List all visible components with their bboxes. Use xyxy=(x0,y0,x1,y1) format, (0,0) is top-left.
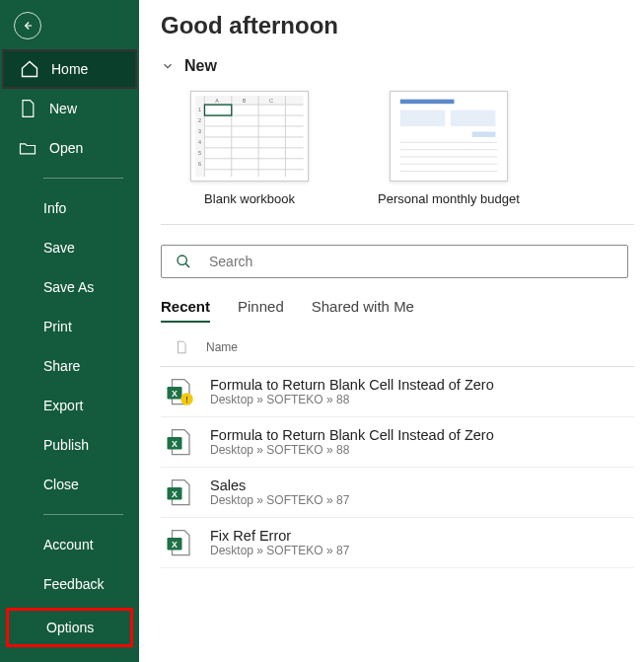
nav-export[interactable]: Export xyxy=(0,386,139,425)
nav-label: Options xyxy=(46,620,94,635)
template-row: ABC 123456 Blank workbook xyxy=(190,91,634,206)
template-label: Blank workbook xyxy=(204,191,295,206)
svg-text:B: B xyxy=(243,98,247,104)
nav-open[interactable]: Open xyxy=(0,128,139,168)
nav-info[interactable]: Info xyxy=(0,188,139,228)
template-label: Personal monthly budget xyxy=(378,191,520,206)
tab-recent[interactable]: Recent xyxy=(161,298,210,323)
template-personal-budget[interactable]: Personal monthly budget xyxy=(378,91,520,206)
file-path: Desktop » SOFTEKO » 87 xyxy=(210,544,349,557)
excel-file-icon: X! xyxy=(165,377,194,406)
nav-options[interactable]: Options xyxy=(6,608,133,647)
nav-label: Home xyxy=(51,61,88,77)
main-area: Good afternoon New ABC 123456 xyxy=(139,0,644,662)
svg-text:4: 4 xyxy=(198,139,201,145)
svg-rect-22 xyxy=(204,105,231,115)
file-item[interactable]: X!Formula to Return Blank Cell Instead o… xyxy=(161,367,634,417)
home-icon xyxy=(20,59,39,79)
nav-account[interactable]: Account xyxy=(0,525,139,564)
nav-label: Publish xyxy=(43,437,89,453)
nav-feedback[interactable]: Feedback xyxy=(0,564,139,604)
nav-label: Save xyxy=(43,240,75,256)
nav-new[interactable]: New xyxy=(0,89,139,128)
svg-text:X: X xyxy=(172,540,178,550)
file-name: Formula to Return Blank Cell Instead of … xyxy=(210,427,494,443)
svg-rect-24 xyxy=(400,110,446,126)
file-text: Formula to Return Blank Cell Instead of … xyxy=(210,377,494,406)
excel-file-icon: X xyxy=(165,478,194,507)
file-path: Desktop » SOFTEKO » 88 xyxy=(210,443,494,457)
search-input[interactable] xyxy=(209,254,613,269)
divider xyxy=(43,514,123,515)
svg-line-33 xyxy=(185,263,189,267)
arrow-left-icon xyxy=(21,19,35,33)
folder-open-icon xyxy=(18,138,37,158)
svg-text:6: 6 xyxy=(198,161,201,167)
svg-rect-25 xyxy=(451,110,496,126)
search-box[interactable] xyxy=(161,245,628,278)
search-icon xyxy=(176,254,191,269)
file-path: Desktop » SOFTEKO » 88 xyxy=(210,393,494,406)
tab-shared[interactable]: Shared with Me xyxy=(312,298,414,323)
file-text: Fix Ref ErrorDesktop » SOFTEKO » 87 xyxy=(210,528,349,557)
file-item[interactable]: XFix Ref ErrorDesktop » SOFTEKO » 87 xyxy=(161,518,634,568)
list-header: Name xyxy=(161,331,634,367)
template-blank-workbook[interactable]: ABC 123456 Blank workbook xyxy=(190,91,309,206)
nav-label: Save As xyxy=(43,279,94,295)
nav-label: Export xyxy=(43,398,83,413)
file-text: Formula to Return Blank Cell Instead of … xyxy=(210,427,494,457)
svg-text:5: 5 xyxy=(198,150,201,156)
nav-publish[interactable]: Publish xyxy=(0,425,139,465)
back-button[interactable] xyxy=(14,12,41,39)
section-new-toggle[interactable]: New xyxy=(161,57,634,75)
nav-label: Feedback xyxy=(43,576,104,592)
budget-thumbnail xyxy=(390,91,508,182)
divider xyxy=(161,224,634,225)
column-name: Name xyxy=(206,340,238,354)
page-icon xyxy=(18,99,37,118)
file-item[interactable]: XSalesDesktop » SOFTEKO » 87 xyxy=(161,468,634,518)
sidebar: Home New Open Info Save Save As Print Sh… xyxy=(0,0,139,662)
svg-rect-23 xyxy=(400,100,455,105)
file-name: Formula to Return Blank Cell Instead of … xyxy=(210,377,494,393)
nav-label: Open xyxy=(49,140,83,156)
nav-label: Print xyxy=(43,319,72,334)
svg-rect-26 xyxy=(472,131,496,136)
nav-label: New xyxy=(49,101,77,116)
file-icon xyxy=(175,338,188,356)
nav-save-as[interactable]: Save As xyxy=(0,267,139,307)
section-label: New xyxy=(184,57,217,75)
svg-text:X: X xyxy=(172,389,178,399)
file-item[interactable]: XFormula to Return Blank Cell Instead of… xyxy=(161,417,634,468)
nav-label: Info xyxy=(43,200,66,216)
excel-file-icon: X xyxy=(165,528,194,557)
file-name: Fix Ref Error xyxy=(210,528,349,544)
file-text: SalesDesktop » SOFTEKO » 87 xyxy=(210,478,349,507)
nav-label: Close xyxy=(43,477,79,492)
svg-point-32 xyxy=(178,256,186,264)
excel-file-icon: X xyxy=(165,427,194,457)
svg-text:!: ! xyxy=(185,395,187,405)
nav-save[interactable]: Save xyxy=(0,228,139,267)
svg-text:X: X xyxy=(172,489,178,499)
divider xyxy=(43,178,123,179)
chevron-down-icon xyxy=(161,59,175,73)
nav-print[interactable]: Print xyxy=(0,307,139,346)
file-path: Desktop » SOFTEKO » 87 xyxy=(210,493,349,507)
svg-text:3: 3 xyxy=(198,128,201,134)
svg-text:X: X xyxy=(172,439,178,449)
nav-label: Share xyxy=(43,358,80,374)
svg-text:A: A xyxy=(215,98,219,104)
nav-close[interactable]: Close xyxy=(0,465,139,504)
nav-home[interactable]: Home xyxy=(2,49,137,89)
file-name: Sales xyxy=(210,478,349,493)
svg-rect-0 xyxy=(195,96,303,105)
page-title: Good afternoon xyxy=(161,12,634,39)
svg-text:C: C xyxy=(269,98,273,104)
nav-share[interactable]: Share xyxy=(0,346,139,386)
tab-pinned[interactable]: Pinned xyxy=(238,298,284,323)
nav-label: Account xyxy=(43,537,94,552)
svg-text:1: 1 xyxy=(198,107,201,112)
blank-workbook-thumbnail: ABC 123456 xyxy=(190,91,309,182)
file-tabs: Recent Pinned Shared with Me xyxy=(161,298,634,323)
